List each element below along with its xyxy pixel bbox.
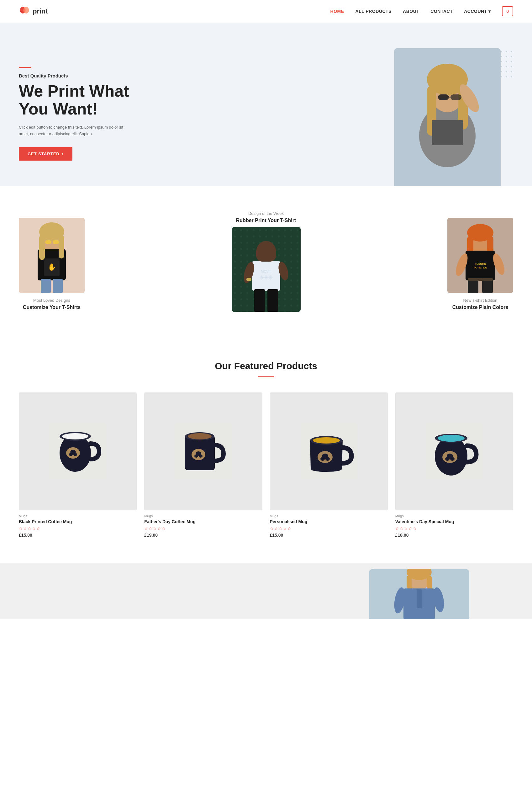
star-2: ☆	[23, 526, 27, 531]
feature-item-left[interactable]: ✋ Most Loved Designs Customize Your T-Sh…	[19, 218, 84, 310]
product-category-4: Mugs	[395, 514, 513, 518]
feature-item-right[interactable]: QUENTIN TAR•NTINO New T-shirt Edition Cu…	[448, 218, 513, 310]
svg-point-73	[320, 457, 325, 461]
svg-point-82	[450, 457, 455, 461]
logo-icon	[19, 6, 30, 17]
star-1: ☆	[270, 526, 274, 531]
feature-item-center[interactable]: Design of the Week Rubber Print Your T-S…	[232, 211, 301, 317]
nav-about[interactable]: ABOUT	[403, 9, 419, 14]
feature-image-left: ✋	[19, 218, 84, 293]
svg-point-1	[23, 7, 29, 14]
svg-text:QUENTIN: QUENTIN	[475, 263, 486, 265]
feature-image-right: QUENTIN TAR•NTINO	[448, 218, 513, 293]
svg-point-67	[199, 454, 203, 457]
star-4: ☆	[32, 526, 36, 531]
svg-text:◈◈◈: ◈◈◈	[260, 274, 273, 280]
logo[interactable]: print	[19, 6, 48, 17]
svg-rect-44	[466, 250, 495, 280]
product-category-3: Mugs	[270, 514, 388, 518]
hero-person-image	[394, 48, 501, 186]
product-category-2: Mugs	[144, 514, 262, 518]
get-started-button[interactable]: GET STARTED ›	[19, 147, 72, 161]
star-3: ☆	[404, 526, 408, 531]
svg-rect-9	[438, 94, 449, 100]
svg-point-66	[194, 454, 198, 457]
product-name-4: Valentine's Day Special Mug	[395, 519, 513, 524]
star-5: ☆	[287, 526, 291, 531]
hero-content: Best Quality Products We Print What You …	[19, 67, 129, 161]
chevron-down-icon: ▾	[489, 9, 491, 14]
svg-point-55	[62, 433, 89, 440]
logo-text: print	[33, 7, 48, 15]
star-5: ☆	[413, 526, 417, 531]
star-1: ☆	[144, 526, 148, 531]
svg-rect-51	[468, 278, 493, 281]
star-5: ☆	[162, 526, 166, 531]
svg-rect-19	[59, 235, 64, 259]
svg-rect-49	[468, 279, 478, 293]
product-card-4[interactable]: Mugs Valentine's Day Special Mug ☆ ☆ ☆ ☆…	[395, 392, 513, 538]
main-nav: HOME ALL PRODUCTS ABOUT CONTACT ACCOUNT …	[330, 6, 513, 16]
hero-section: Best Quality Products We Print What You …	[0, 23, 532, 186]
svg-text:✋: ✋	[48, 263, 56, 271]
star-2: ☆	[274, 526, 278, 531]
product-stars-4: ☆ ☆ ☆ ☆ ☆	[395, 526, 513, 531]
product-card-2[interactable]: Mugs Father's Day Coffee Mug ☆ ☆ ☆ ☆ ☆ £…	[144, 392, 262, 538]
nav-all-products[interactable]: ALL PRODUCTS	[356, 9, 392, 14]
product-image-3	[270, 392, 388, 510]
feature-title-left: Customize Your T-Shirts	[23, 304, 80, 310]
product-price-4: £18.00	[395, 533, 513, 538]
star-4: ☆	[408, 526, 412, 531]
product-stars-2: ☆ ☆ ☆ ☆ ☆	[144, 526, 262, 531]
svg-point-63	[188, 433, 212, 440]
product-card-3[interactable]: Mugs Personalised Mug ☆ ☆ ☆ ☆ ☆ £15.00	[270, 392, 388, 538]
svg-point-81	[445, 457, 450, 461]
star-4: ☆	[283, 526, 287, 531]
svg-point-78	[438, 435, 464, 442]
product-price-3: £15.00	[270, 533, 388, 538]
product-card-1[interactable]: Mugs Black Printed Coffee Mug ☆ ☆ ☆ ☆ ☆ …	[19, 392, 137, 538]
svg-rect-24	[41, 279, 51, 293]
arrow-icon: ›	[62, 151, 64, 156]
nav-contact[interactable]: CONTACT	[431, 9, 453, 14]
svg-rect-18	[39, 235, 45, 260]
header: print HOME ALL PRODUCTS ABOUT CONTACT AC…	[0, 0, 532, 23]
svg-rect-36	[246, 278, 251, 281]
feature-subtitle-left: Most Loved Designs	[33, 298, 70, 303]
star-1: ☆	[19, 526, 23, 531]
feature-subtitle-right: New T-shirt Edition	[463, 298, 497, 303]
product-name-3: Personalised Mug	[270, 519, 388, 524]
hero-title: We Print What You Want!	[19, 82, 129, 118]
star-1: ☆	[395, 526, 399, 531]
star-3: ☆	[153, 526, 157, 531]
star-5: ☆	[36, 526, 40, 531]
svg-point-58	[69, 453, 73, 456]
svg-rect-38	[267, 289, 278, 312]
nav-home[interactable]: HOME	[330, 9, 344, 14]
nav-account[interactable]: ACCOUNT ▾	[464, 9, 491, 14]
svg-rect-33	[256, 246, 276, 262]
product-name-1: Black Printed Coffee Mug	[19, 519, 137, 524]
svg-text:MCVIII: MCVIII	[261, 269, 271, 273]
cart-button[interactable]: 0	[502, 6, 513, 16]
hero-description: Click edit button to change this text. L…	[19, 124, 126, 137]
products-section-title: Our Featured Products	[19, 361, 513, 371]
star-3: ☆	[27, 526, 31, 531]
product-stars-1: ☆ ☆ ☆ ☆ ☆	[19, 526, 137, 531]
product-price-2: £19.00	[144, 533, 262, 538]
svg-rect-50	[482, 279, 493, 293]
product-image-4	[395, 392, 513, 510]
svg-point-59	[73, 453, 77, 456]
svg-rect-37	[254, 289, 265, 312]
hero-image	[381, 42, 513, 186]
products-section: Our Featured Products	[0, 342, 532, 563]
feature-title-center: Rubber Print Your T-Shirt	[236, 218, 296, 223]
hero-accent-line	[19, 67, 31, 68]
svg-text:TAR•NTINO: TAR•NTINO	[473, 266, 487, 269]
svg-rect-20	[45, 240, 52, 244]
product-category-1: Mugs	[19, 514, 137, 518]
features-section: ✋ Most Loved Designs Customize Your T-Sh…	[0, 186, 532, 342]
product-image-2	[144, 392, 262, 510]
footer-preview	[0, 563, 532, 619]
svg-rect-21	[53, 240, 59, 244]
